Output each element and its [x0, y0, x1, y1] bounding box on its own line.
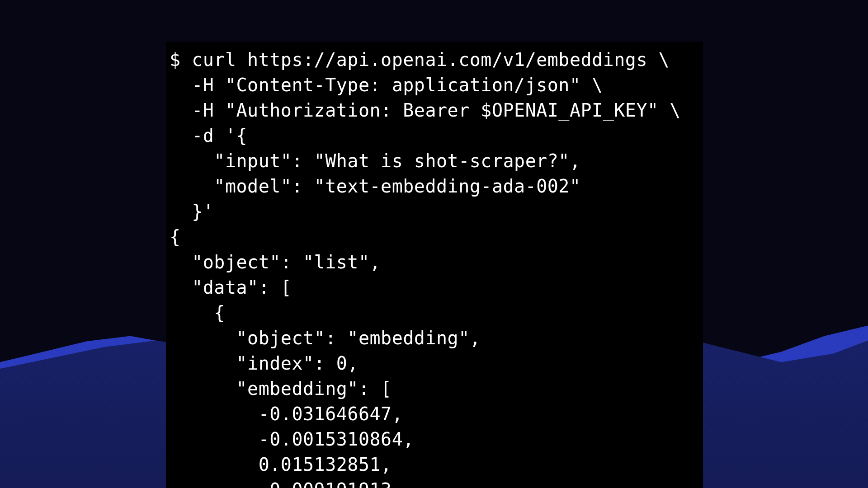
terminal-window[interactable]: $ curl https://api.openai.com/v1/embeddi… [166, 42, 703, 488]
terminal-output: $ curl https://api.openai.com/v1/embeddi… [166, 42, 703, 488]
